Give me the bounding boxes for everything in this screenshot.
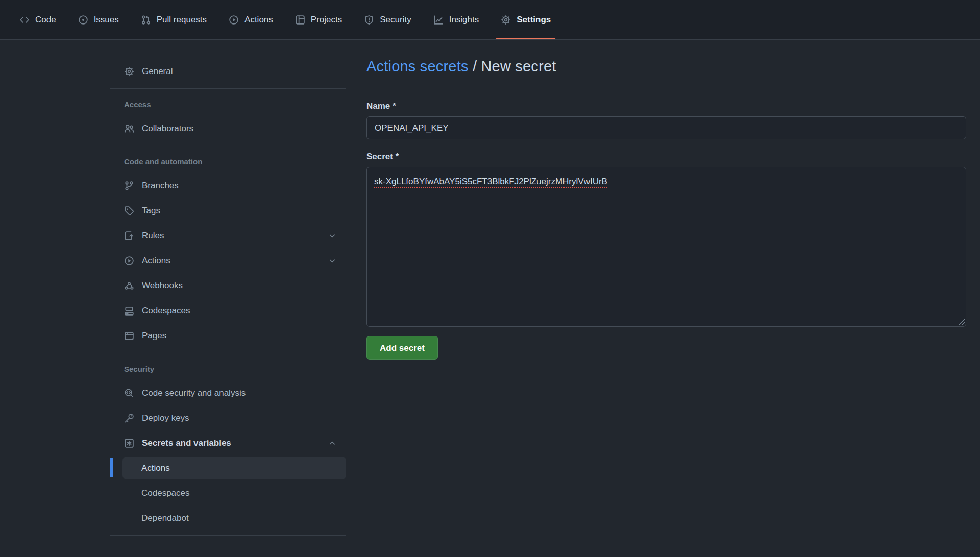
sidebar-item-pages[interactable]: Pages <box>110 323 346 348</box>
active-tab-underline <box>496 38 555 39</box>
sidebar-section-header-access: Access <box>110 92 346 116</box>
chevron-up-icon <box>328 439 337 448</box>
sidebar-section: General <box>110 55 346 89</box>
breadcrumb-current: New secret <box>481 58 556 75</box>
sidebar-section-header-code-and-automation: Code and automation <box>110 150 346 173</box>
resize-grip-icon[interactable] <box>958 319 965 325</box>
sidebar-item-secrets-and-variables[interactable]: Secrets and variables <box>110 430 346 455</box>
nav-tab-pull-requests[interactable]: Pull requests <box>135 0 212 39</box>
add-secret-button[interactable]: Add secret <box>366 336 438 360</box>
sidebar-item-branches[interactable]: Branches <box>110 173 346 198</box>
chevron-down-icon <box>328 231 337 240</box>
browser-icon <box>124 331 134 341</box>
nav-tab-label: Issues <box>94 15 119 25</box>
key-icon <box>124 413 134 423</box>
graph-icon <box>433 15 444 25</box>
actions-secrets-link[interactable]: Actions secrets <box>366 58 469 75</box>
divider <box>366 89 966 89</box>
sidebar-item-code-security-and-analysis[interactable]: Code security and analysis <box>110 380 346 405</box>
nav-tab-label: Projects <box>311 15 342 25</box>
sidebar-item-label: Actions <box>141 463 170 473</box>
sidebar-item-deploy-keys[interactable]: Deploy keys <box>110 405 346 430</box>
page-title: Actions secrets / New secret <box>366 58 966 75</box>
settings-sidebar: GeneralAccessCollaboratorsCode and autom… <box>110 40 346 536</box>
breadcrumb-separator: / <box>469 58 481 75</box>
name-label: Name * <box>366 101 966 111</box>
branch-icon <box>124 181 134 191</box>
secrets-icon <box>124 438 134 448</box>
nav-tab-projects[interactable]: Projects <box>289 0 348 39</box>
play-icon <box>229 15 239 25</box>
people-icon <box>124 124 134 134</box>
sidebar-item-label: General <box>142 66 173 77</box>
sidebar-section: AccessCollaborators <box>110 89 346 146</box>
sidebar-subitem-actions[interactable]: Actions <box>110 455 346 480</box>
secret-label: Secret * <box>366 152 966 162</box>
sidebar-subitem-box: Actions <box>122 457 346 479</box>
sidebar-item-rules[interactable]: Rules <box>110 223 346 248</box>
nav-tab-label: Insights <box>449 15 479 25</box>
sidebar-item-label: Webhooks <box>142 281 183 291</box>
play-icon <box>124 256 134 266</box>
sidebar-item-label: Tags <box>142 206 160 216</box>
sidebar-item-codespaces[interactable]: Codespaces <box>110 298 346 323</box>
sidebar-item-label: Code security and analysis <box>142 388 246 398</box>
gear-icon <box>124 66 134 77</box>
tag-icon <box>124 206 134 216</box>
sidebar-item-label: Pages <box>142 331 166 341</box>
secret-name-input[interactable] <box>366 116 966 139</box>
codespaces-icon <box>124 306 134 316</box>
table-icon <box>295 15 305 25</box>
sidebar-item-label: Deploy keys <box>142 413 189 423</box>
nav-tab-label: Pull requests <box>157 15 207 25</box>
sidebar-item-label: Actions <box>142 256 170 266</box>
repo-nav: CodeIssuesPull requestsActionsProjectsSe… <box>0 0 980 40</box>
nav-tab-code[interactable]: Code <box>14 0 62 39</box>
secret-value-text: sk-XgLLfoBYfwAbAY5iS5cFT3BlbkFJ2PlZuejrz… <box>374 177 607 188</box>
nav-tab-settings[interactable]: Settings <box>495 0 556 39</box>
sidebar-item-label: Codespaces <box>142 306 190 316</box>
nav-tab-label: Code <box>35 15 56 25</box>
sidebar-item-actions[interactable]: Actions <box>110 248 346 273</box>
sidebar-item-webhooks[interactable]: Webhooks <box>110 273 346 298</box>
secret-value-textarea[interactable]: sk-XgLLfoBYfwAbAY5iS5cFT3BlbkFJ2PlZuejrz… <box>366 167 966 327</box>
rules-icon <box>124 231 134 241</box>
sidebar-section: SecurityCode security and analysisDeploy… <box>110 353 346 536</box>
nav-tab-security[interactable]: Security <box>358 0 416 39</box>
settings-layout: GeneralAccessCollaboratorsCode and autom… <box>0 40 980 536</box>
nav-tab-insights[interactable]: Insights <box>428 0 485 39</box>
webhook-icon <box>124 281 134 291</box>
pull-request-icon <box>141 15 151 25</box>
sidebar-item-label: Rules <box>142 231 164 241</box>
sidebar-item-label: Dependabot <box>141 513 189 523</box>
sidebar-item-label: Codespaces <box>141 488 190 498</box>
sidebar-item-label: Branches <box>142 181 179 191</box>
issue-icon <box>78 15 88 25</box>
sidebar-subitem-box: Codespaces <box>122 482 346 504</box>
chevron-down-icon <box>328 256 337 265</box>
settings-content: Actions secrets / New secret Name * Secr… <box>366 40 966 360</box>
sidebar-item-tags[interactable]: Tags <box>110 198 346 223</box>
sidebar-subitem-box: Dependabot <box>122 507 346 529</box>
nav-tab-label: Security <box>380 15 411 25</box>
sidebar-item-collaborators[interactable]: Collaborators <box>110 116 346 141</box>
sidebar-item-label: Secrets and variables <box>142 438 231 448</box>
gear-icon <box>501 15 511 25</box>
nav-tab-label: Settings <box>517 15 551 25</box>
sidebar-item-label: Collaborators <box>142 124 193 134</box>
nav-tab-actions[interactable]: Actions <box>223 0 279 39</box>
shield-icon <box>364 15 374 25</box>
nav-tab-issues[interactable]: Issues <box>72 0 125 39</box>
nav-tab-label: Actions <box>244 15 273 25</box>
codescan-icon <box>124 388 134 398</box>
sidebar-section-header-security: Security <box>110 357 346 380</box>
sidebar-subitem-dependabot[interactable]: Dependabot <box>110 505 346 530</box>
code-icon <box>19 15 30 25</box>
sidebar-section: Code and automationBranchesTagsRulesActi… <box>110 146 346 353</box>
sidebar-subitem-codespaces[interactable]: Codespaces <box>110 480 346 505</box>
sidebar-item-general[interactable]: General <box>110 59 346 84</box>
